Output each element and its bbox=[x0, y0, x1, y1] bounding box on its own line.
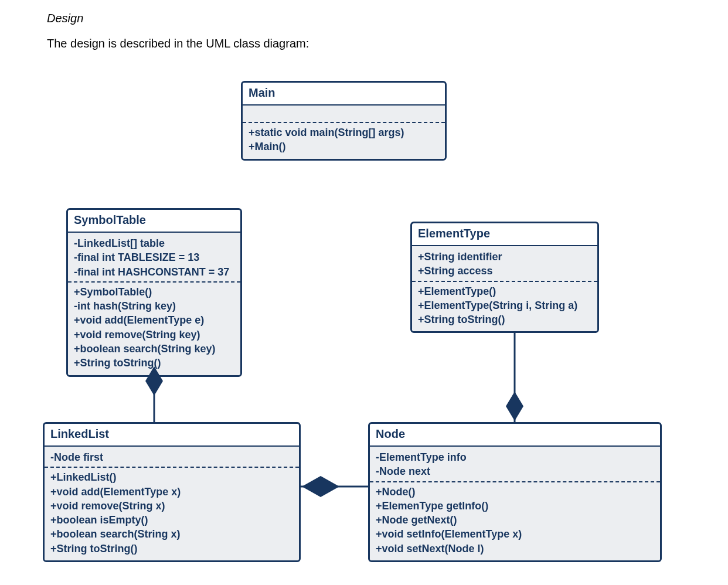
diamond-icon bbox=[506, 392, 523, 421]
uml-op: +Main() bbox=[249, 140, 439, 154]
uml-op: +void remove(String key) bbox=[74, 328, 234, 342]
diamond-icon bbox=[302, 476, 339, 497]
uml-op: +SymbolTable() bbox=[74, 285, 234, 299]
uml-op: -int hash(String key) bbox=[74, 299, 234, 313]
uml-attr: -final int HASHCONSTANT = 37 bbox=[74, 265, 234, 279]
uml-divider bbox=[243, 122, 445, 123]
uml-empty-attrs bbox=[249, 109, 439, 120]
uml-class-body: -ElementType info -Node next +Node() +El… bbox=[370, 445, 660, 560]
uml-class-body: -Node first +LinkedList() +void add(Elem… bbox=[45, 445, 299, 560]
uml-class-name: Main bbox=[243, 83, 445, 104]
uml-class-elementtype: ElementType +String identifier +String a… bbox=[410, 222, 599, 333]
uml-attr: +String identifier bbox=[418, 250, 591, 264]
uml-divider bbox=[45, 467, 299, 468]
uml-divider bbox=[412, 281, 597, 282]
uml-class-node: Node -ElementType info -Node next +Node(… bbox=[368, 422, 662, 562]
uml-divider bbox=[370, 481, 660, 482]
uml-op: +ElementType() bbox=[418, 284, 591, 298]
uml-op: +static void main(String[] args) bbox=[249, 125, 439, 140]
uml-attr: -final int TABLESIZE = 13 bbox=[74, 250, 234, 264]
uml-op: +void remove(String x) bbox=[50, 499, 293, 513]
uml-class-name: ElementType bbox=[412, 223, 597, 245]
uml-class-body: -LinkedList[] table -final int TABLESIZE… bbox=[68, 232, 240, 375]
page: Design The design is described in the UM… bbox=[0, 0, 728, 585]
uml-class-symboltable: SymbolTable -LinkedList[] table -final i… bbox=[66, 208, 242, 377]
uml-attr: +String access bbox=[418, 264, 591, 278]
uml-class-main: Main +static void main(String[] args) +M… bbox=[241, 81, 447, 161]
uml-op: +boolean isEmpty() bbox=[50, 513, 293, 527]
uml-op: +Node() bbox=[376, 485, 654, 499]
uml-op: +LinkedList() bbox=[50, 470, 293, 484]
uml-attr: -Node first bbox=[50, 450, 293, 464]
uml-class-body: +static void main(String[] args) +Main() bbox=[243, 104, 445, 159]
section-heading: Design bbox=[47, 12, 693, 25]
uml-attr: -ElementType info bbox=[376, 450, 654, 464]
uml-op: +String toString() bbox=[50, 542, 293, 556]
uml-class-name: SymbolTable bbox=[68, 210, 240, 232]
uml-divider bbox=[68, 281, 240, 283]
uml-op: +void setNext(Node l) bbox=[376, 542, 654, 556]
uml-op: +String toString() bbox=[418, 312, 591, 326]
uml-class-body: +String identifier +String access +Eleme… bbox=[412, 245, 597, 331]
uml-class-name: Node bbox=[370, 424, 660, 445]
uml-op: +Node getNext() bbox=[376, 513, 654, 527]
uml-op: +boolean search(String key) bbox=[74, 342, 234, 356]
uml-op: +boolean search(String x) bbox=[50, 527, 293, 541]
uml-op: +ElementType(String i, String a) bbox=[418, 298, 591, 312]
uml-class-name: LinkedList bbox=[45, 424, 299, 445]
uml-op: +void add(ElementType x) bbox=[50, 485, 293, 499]
uml-op: +void add(ElementType e) bbox=[74, 313, 234, 327]
uml-op: +void setInfo(ElementType x) bbox=[376, 527, 654, 541]
uml-op: +String toString() bbox=[74, 356, 234, 370]
section-intro: The design is described in the UML class… bbox=[47, 37, 693, 50]
uml-attr: -Node next bbox=[376, 464, 654, 478]
uml-op: +ElemenType getInfo() bbox=[376, 499, 654, 513]
uml-class-linkedlist: LinkedList -Node first +LinkedList() +vo… bbox=[43, 422, 301, 562]
uml-attr: -LinkedList[] table bbox=[74, 236, 234, 250]
